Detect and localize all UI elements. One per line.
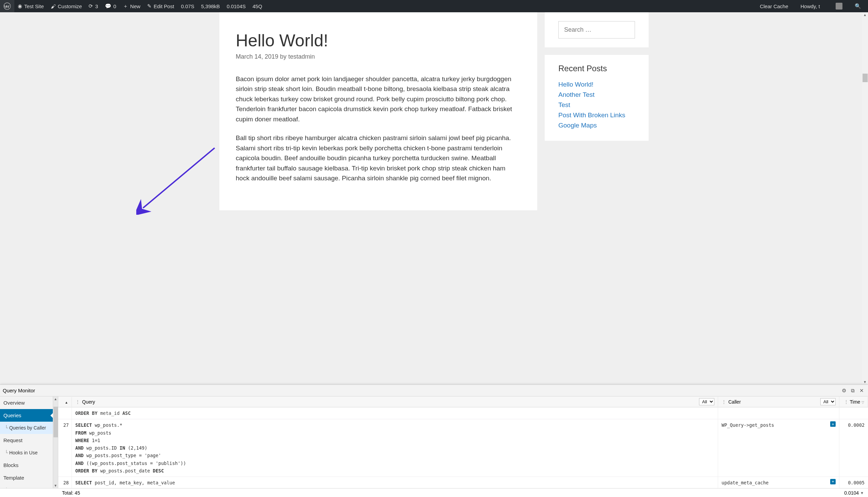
- scroll-down-icon[interactable]: ▼: [54, 484, 57, 487]
- qm-menu-template[interactable]: Template: [0, 471, 53, 484]
- qm-menu-overview[interactable]: Overview: [0, 396, 53, 409]
- wp-logo[interactable]: [0, 0, 14, 12]
- search-icon[interactable]: 🔍: [851, 0, 865, 12]
- qm-stat-queries[interactable]: 45Q: [249, 0, 265, 12]
- recent-post-link[interactable]: Another Test: [558, 91, 635, 99]
- gear-icon[interactable]: ⚙: [842, 387, 846, 394]
- plus-icon: ＋: [123, 3, 128, 10]
- qm-menu-blocks[interactable]: Blocks: [0, 459, 53, 471]
- search-widget: [545, 12, 649, 47]
- qm-menu-queries-by-caller[interactable]: └Queries by Caller: [0, 422, 53, 434]
- qm-col-num[interactable]: ▲: [58, 397, 72, 407]
- qm-row-time: [839, 407, 868, 419]
- qm-row-num: 28: [58, 477, 72, 488]
- qm-row-num: 27: [58, 419, 72, 477]
- qm-stat-dbtime[interactable]: 0.0104S: [223, 0, 249, 12]
- clear-cache-link[interactable]: Clear Cache: [756, 0, 791, 12]
- qm-row-query: SELECT wp_posts.* FROM wp_posts WHERE 1=…: [72, 419, 718, 477]
- qm-row-caller: [718, 407, 839, 419]
- page-scrollbar[interactable]: ▲ ▼: [862, 12, 868, 384]
- qm-footer-time: 0.0104 ▼: [840, 490, 868, 496]
- dashboard-icon: ◉: [18, 3, 22, 9]
- qm-row-time: 0.0005: [839, 477, 868, 488]
- scroll-thumb[interactable]: [54, 407, 58, 437]
- qm-row-caller: WP_Query->get_posts+: [718, 419, 839, 477]
- scroll-up-icon[interactable]: ▲: [863, 13, 867, 17]
- close-icon[interactable]: ✕: [859, 387, 864, 394]
- recent-post-link[interactable]: Google Maps: [558, 122, 635, 129]
- post-meta: March 14, 2019 by testadmin: [236, 53, 521, 60]
- refresh-icon: ⟳: [89, 3, 93, 9]
- comment-icon: 💬: [105, 3, 112, 9]
- qm-stat-time[interactable]: 0.07S: [177, 0, 197, 12]
- qm-menu-queries[interactable]: Queries: [0, 409, 53, 422]
- qm-title: Query Monitor: [3, 387, 35, 393]
- qm-menu-hooks[interactable]: └Hooks in Use: [0, 446, 53, 459]
- new-link[interactable]: ＋ New: [120, 0, 144, 12]
- qm-menu-request[interactable]: Request: [0, 434, 53, 446]
- customize-link[interactable]: 🖌 Customize: [47, 0, 86, 12]
- site-name[interactable]: ◉ Test Site: [14, 0, 47, 12]
- qm-col-query: ⋮ Query All: [72, 396, 718, 407]
- chevron-down-icon[interactable]: ▼: [860, 491, 864, 495]
- recent-posts-widget: Recent Posts Hello World! Another Test T…: [545, 55, 649, 141]
- qm-footer-total: Total: 45: [58, 490, 840, 496]
- recent-posts-title: Recent Posts: [558, 64, 635, 73]
- qm-col-time[interactable]: ⋮ Time ▽: [839, 397, 868, 407]
- qm-row-num: [58, 407, 72, 419]
- qm-row-time: 0.0002: [839, 419, 868, 477]
- scroll-up-icon[interactable]: ▲: [54, 397, 57, 401]
- scroll-thumb[interactable]: [863, 74, 868, 82]
- qm-sidebar-scrollbar[interactable]: ▲ ▼: [53, 396, 58, 488]
- post-paragraph: Ball tip short ribs ribeye hamburger alc…: [236, 133, 521, 183]
- pencil-icon: ✎: [147, 3, 151, 9]
- comments-link[interactable]: 💬 0: [102, 0, 120, 12]
- recent-post-link[interactable]: Test: [558, 101, 635, 109]
- updates-link[interactable]: ⟳ 3: [85, 0, 101, 12]
- avatar: [836, 3, 842, 10]
- recent-post-link[interactable]: Post With Broken Links: [558, 112, 635, 119]
- qm-row-caller: update_meta_cache+: [718, 477, 839, 488]
- expand-caller-button[interactable]: +: [830, 421, 836, 427]
- brush-icon: 🖌: [51, 3, 56, 9]
- edit-post-link[interactable]: ✎ Edit Post: [144, 0, 177, 12]
- qm-col-caller: ⋮ Caller All: [718, 396, 839, 407]
- qm-menu-hooks2[interactable]: └Hooks in Use: [0, 484, 53, 488]
- howdy-link[interactable]: Howdy, t: [797, 0, 846, 12]
- popout-icon[interactable]: ⧉: [851, 387, 855, 394]
- qm-table-row: ORDER BY meta_id ASC: [58, 407, 868, 419]
- recent-post-link[interactable]: Hello World!: [558, 81, 635, 88]
- post-title: Hello World!: [236, 31, 521, 51]
- post-paragraph: Bacon ipsum dolor amet pork loin landjae…: [236, 74, 521, 124]
- qm-caller-filter[interactable]: All: [820, 398, 836, 405]
- qm-stat-mem[interactable]: 5,398kB: [197, 0, 223, 12]
- qm-row-query: ORDER BY meta_id ASC: [72, 407, 718, 419]
- qm-query-filter[interactable]: All: [699, 398, 715, 405]
- qm-row-query: SELECT post_id, meta_key, meta_value FRO…: [72, 477, 718, 488]
- qm-table-row: 27SELECT wp_posts.* FROM wp_posts WHERE …: [58, 419, 868, 477]
- expand-caller-button[interactable]: +: [830, 479, 836, 484]
- qm-table-row: 28SELECT post_id, meta_key, meta_value F…: [58, 477, 868, 488]
- search-input[interactable]: [558, 21, 635, 39]
- scroll-down-icon[interactable]: ▼: [863, 380, 867, 384]
